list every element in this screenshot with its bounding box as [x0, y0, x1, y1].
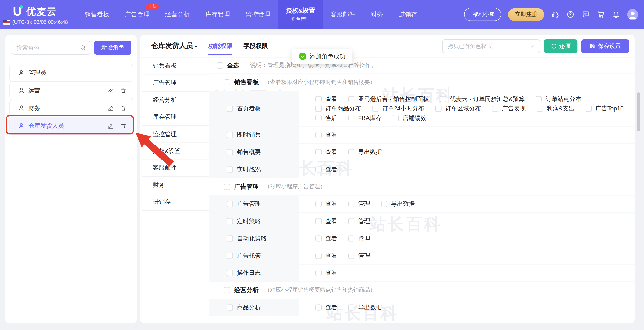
option-checkbox[interactable] — [316, 201, 322, 207]
item-checkbox[interactable] — [227, 218, 233, 224]
permission-option[interactable]: 管理 — [348, 217, 370, 225]
option-checkbox[interactable] — [348, 304, 354, 310]
option-checkbox[interactable] — [586, 106, 592, 112]
nav-item-财务[interactable]: 财务 — [363, 0, 391, 29]
option-checkbox[interactable] — [536, 96, 542, 102]
permission-option[interactable]: FBA库存 — [348, 114, 382, 122]
option-checkbox[interactable] — [393, 115, 399, 121]
shopping-cart-icon[interactable] — [597, 10, 605, 19]
nav-item-进销存[interactable]: 进销存 — [391, 0, 425, 29]
group-checkbox[interactable] — [224, 184, 230, 190]
delete-role-icon[interactable] — [119, 104, 128, 113]
option-checkbox[interactable] — [492, 106, 498, 112]
option-checkbox[interactable] — [348, 201, 354, 207]
permission-option[interactable]: 订单区域分布 — [436, 104, 481, 112]
copy-role-permission-dropdown[interactable]: 拷贝已有角色权限 — [442, 40, 540, 53]
permission-option[interactable]: 查看 — [316, 234, 337, 242]
permission-option[interactable]: 亚马逊后台 - 销售控制面板 — [348, 95, 429, 103]
nav-item-库存管理[interactable]: 库存管理 — [198, 0, 238, 29]
permission-option[interactable]: 广告Top10 — [586, 104, 624, 112]
page-scrollbar-thumb[interactable] — [636, 92, 640, 132]
help-question-icon[interactable] — [566, 10, 575, 19]
support-headset-icon[interactable] — [551, 10, 560, 19]
permission-option[interactable]: 优麦云 - 订单同步汇总&预算 — [440, 95, 524, 103]
nav-item-监控管理[interactable]: 监控管理 — [238, 0, 278, 29]
category-item-库存管理[interactable]: 库存管理 — [142, 108, 210, 126]
permission-option[interactable]: 店铺绩效 — [393, 114, 426, 122]
option-checkbox[interactable] — [348, 149, 354, 155]
user-avatar[interactable] — [627, 9, 638, 20]
item-checkbox[interactable] — [227, 270, 233, 276]
notification-bell-icon[interactable] — [612, 10, 620, 19]
search-icon[interactable] — [76, 44, 90, 51]
option-checkbox[interactable] — [537, 106, 543, 112]
permission-option[interactable]: 导出数据 — [348, 148, 382, 156]
nav-item-广告管理[interactable]: 广告管理上新 — [117, 0, 157, 29]
permission-option[interactable]: 查看 — [316, 131, 337, 139]
permission-option[interactable]: 管理 — [348, 234, 370, 242]
option-checkbox[interactable] — [348, 115, 354, 121]
edit-role-icon[interactable] — [106, 121, 115, 130]
option-checkbox[interactable] — [316, 218, 322, 224]
delete-role-icon[interactable] — [119, 86, 128, 95]
permission-option[interactable]: 订单商品分布 — [316, 104, 361, 112]
edit-role-icon[interactable] — [106, 86, 115, 95]
permission-option[interactable]: 广告表现 — [492, 104, 526, 112]
category-item-财务[interactable]: 财务 — [142, 176, 210, 194]
permission-option[interactable]: 查看 — [316, 304, 337, 311]
item-checkbox[interactable] — [227, 132, 233, 138]
option-checkbox[interactable] — [316, 270, 322, 276]
nav-item-经营分析[interactable]: 经营分析 — [157, 0, 198, 29]
nav-item-授权&设置[interactable]: 授权&设置角色管理 — [278, 0, 323, 29]
option-checkbox[interactable] — [316, 96, 322, 102]
category-item-销售看板[interactable]: 销售看板 — [142, 58, 210, 75]
permission-option[interactable]: 查看 — [316, 166, 337, 173]
search-input[interactable] — [12, 44, 76, 51]
welfare-house-button[interactable]: 福利小屋 — [464, 8, 501, 21]
option-checkbox[interactable] — [440, 96, 446, 102]
permission-option[interactable]: 售后 — [316, 114, 337, 122]
option-checkbox[interactable] — [436, 106, 442, 112]
permission-option[interactable]: 查看 — [316, 252, 337, 260]
permission-option[interactable]: 查看 — [316, 217, 337, 225]
option-checkbox[interactable] — [316, 166, 322, 172]
option-checkbox[interactable] — [316, 106, 322, 112]
nav-item-销售看板[interactable]: 销售看板 — [77, 0, 117, 29]
item-checkbox[interactable] — [227, 149, 233, 155]
item-checkbox[interactable] — [227, 201, 233, 207]
item-checkbox[interactable] — [227, 304, 233, 310]
permission-option[interactable]: 查看 — [316, 200, 337, 208]
option-checkbox[interactable] — [316, 149, 322, 155]
permission-option[interactable]: 利润&支出 — [537, 104, 574, 112]
save-settings-button[interactable]: 保存设置 — [581, 40, 629, 53]
option-checkbox[interactable] — [372, 106, 378, 112]
delete-role-icon[interactable] — [119, 121, 128, 130]
option-checkbox[interactable] — [381, 201, 387, 207]
permission-option[interactable]: 查看 — [316, 269, 337, 277]
category-item-监控管理[interactable]: 监控管理 — [142, 126, 210, 143]
app-logo[interactable]: U 优麦云 — [13, 4, 57, 19]
category-item-客服邮件[interactable]: 客服邮件 — [142, 160, 210, 176]
item-checkbox[interactable] — [227, 252, 233, 258]
role-item-财务[interactable]: 财务 — [10, 99, 133, 117]
category-item-授权&设置[interactable]: 授权&设置 — [142, 143, 210, 160]
role-item-仓库发货人员[interactable]: 仓库发货人员 — [10, 117, 133, 135]
edit-role-icon[interactable] — [106, 104, 115, 113]
category-item-进销存[interactable]: 进销存 — [142, 194, 210, 210]
option-checkbox[interactable] — [316, 132, 322, 138]
restore-button[interactable]: 还原 — [544, 40, 578, 53]
select-all-checkbox[interactable] — [217, 62, 223, 68]
category-item-广告管理[interactable]: 广告管理 — [142, 74, 210, 92]
option-checkbox[interactable] — [316, 115, 322, 121]
item-checkbox[interactable] — [227, 106, 233, 112]
permission-option[interactable]: 管理 — [348, 200, 370, 208]
option-checkbox[interactable] — [316, 235, 322, 241]
permission-option[interactable]: 管理 — [348, 252, 370, 260]
permission-option[interactable]: 订单站点分布 — [536, 95, 581, 103]
permission-option[interactable]: 查看 — [316, 148, 337, 156]
role-item-运营[interactable]: 运营 — [10, 81, 133, 100]
group-checkbox[interactable] — [224, 79, 230, 85]
tab-field-permissions[interactable]: 字段权限 — [243, 42, 268, 54]
permission-option[interactable]: 导出数据 — [381, 200, 415, 208]
option-checkbox[interactable] — [316, 304, 322, 310]
